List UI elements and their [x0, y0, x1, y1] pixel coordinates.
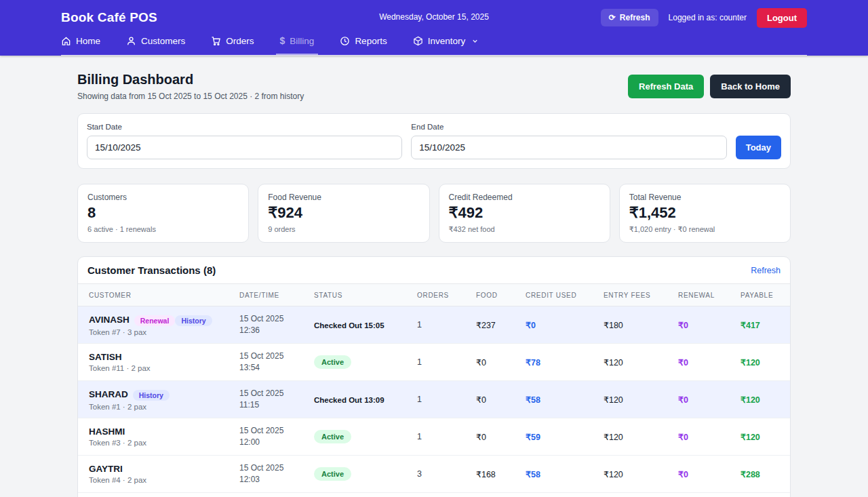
- nav-item-inventory[interactable]: Inventory: [413, 35, 479, 55]
- renewal-cell: ₹0: [678, 469, 741, 479]
- payable-cell: ₹120: [741, 395, 779, 405]
- end-date-input[interactable]: [411, 136, 726, 159]
- header-refresh-button[interactable]: ⟳ Refresh: [601, 9, 658, 26]
- customer-name: GAYTRI: [89, 464, 123, 474]
- chevron-down-icon: [471, 37, 479, 45]
- orders-cell: 1: [417, 320, 476, 330]
- refresh-icon: ⟳: [609, 13, 616, 22]
- table-refresh-link[interactable]: Refresh: [751, 266, 781, 275]
- customer-badges: History: [133, 389, 170, 401]
- payable-cell: ₹120: [741, 357, 779, 367]
- stat-label: Total Revenue: [629, 193, 781, 202]
- table-row[interactable]: SATISH Token #11 · 2 pax 15 Oct 2025 13:…: [78, 344, 790, 381]
- col-entry-fees: Entry Fees: [604, 292, 678, 299]
- renewal-cell: ₹0: [678, 320, 741, 330]
- renewal-cell: ₹0: [678, 395, 741, 405]
- nav-label: Billing: [290, 36, 314, 46]
- credit-used-cell: ₹58: [526, 469, 604, 479]
- table-row[interactable]: HASHMI Token #3 · 2 pax 15 Oct 2025 12:0…: [78, 418, 790, 456]
- payable-cell: ₹417: [741, 320, 779, 330]
- date-filter-card: Start Date End Date Today: [77, 113, 791, 169]
- refresh-data-button[interactable]: Refresh Data: [628, 75, 704, 98]
- renewal-badge: Renewal: [134, 315, 176, 326]
- table-header-row: Customer Date/Time Status Orders Food Cr…: [78, 283, 790, 306]
- customer-token: Token #4 · 2 pax: [89, 476, 239, 484]
- history-badge[interactable]: History: [133, 390, 170, 401]
- status-cell: Active: [314, 467, 417, 481]
- app-header: Book Café POS Wednesday, October 15, 202…: [0, 0, 868, 56]
- col-food: Food: [476, 292, 526, 299]
- stat-card-total-revenue: Total Revenue ₹1,452 ₹1,020 entry · ₹0 r…: [619, 184, 791, 243]
- entry-fees-cell: ₹120: [604, 469, 678, 479]
- table-body: AVINASH RenewalHistory Token #7 · 3 pax …: [78, 306, 790, 497]
- stat-label: Customers: [87, 193, 239, 202]
- customer-token: Token #11 · 2 pax: [89, 364, 239, 372]
- today-button[interactable]: Today: [736, 136, 781, 159]
- customer-cell: HASHMI Token #3 · 2 pax: [89, 426, 239, 447]
- nav-item-home[interactable]: Home: [61, 35, 100, 55]
- package-icon: [413, 36, 423, 46]
- table-row[interactable]: OMKAR KADAM 15 Oct 2025 Active 1 ₹27 ₹18…: [78, 493, 790, 497]
- food-cell: ₹168: [476, 469, 526, 479]
- row-time: 11:15: [239, 399, 314, 411]
- col-orders: Orders: [417, 292, 476, 299]
- stat-label: Food Revenue: [268, 193, 419, 202]
- nav-label: Reports: [355, 36, 387, 46]
- transactions-table-card: Customer Transactions (8) Refresh Custom…: [77, 256, 791, 497]
- credit-used-cell: ₹0: [526, 320, 604, 330]
- stat-sub: ₹432 net food: [449, 225, 600, 234]
- nav-item-customers[interactable]: Customers: [126, 35, 185, 55]
- credit-used-cell: ₹59: [526, 432, 604, 442]
- person-icon: [126, 36, 136, 46]
- customer-name: HASHMI: [89, 426, 125, 437]
- history-badge[interactable]: History: [175, 315, 212, 326]
- nav-item-billing[interactable]: $ Billing: [280, 35, 315, 55]
- customer-token: Token #3 · 2 pax: [89, 439, 239, 447]
- page-subtitle: Showing data from 15 Oct 2025 to 15 Oct …: [77, 92, 304, 101]
- renewal-cell: ₹0: [678, 432, 741, 442]
- status-cell: Active: [314, 430, 417, 443]
- nav-item-orders[interactable]: Orders: [211, 35, 254, 55]
- customer-token: Token #1 · 2 pax: [89, 403, 239, 411]
- entry-fees-cell: ₹120: [604, 432, 678, 442]
- table-title: Customer Transactions (8): [87, 264, 216, 276]
- table-row[interactable]: AVINASH RenewalHistory Token #7 · 3 pax …: [78, 306, 790, 344]
- table-row[interactable]: SHARAD History Token #1 · 2 pax 15 Oct 2…: [78, 381, 790, 418]
- start-date-input[interactable]: [87, 136, 402, 159]
- stat-sub: 6 active · 1 renewals: [87, 225, 239, 233]
- datetime-cell: 15 Oct 2025 12:00: [239, 425, 314, 449]
- logged-in-text: Logged in as: counter: [669, 13, 747, 22]
- customer-name: SATISH: [89, 352, 122, 362]
- status-badge: Checked Out 15:05: [314, 321, 384, 330]
- entry-fees-cell: ₹180: [604, 320, 678, 330]
- main-content: Billing Dashboard Showing data from 15 O…: [77, 56, 791, 497]
- nav-item-reports[interactable]: Reports: [340, 35, 387, 55]
- status-badge: Active: [314, 467, 351, 481]
- entry-fees-cell: ₹120: [604, 357, 678, 367]
- logout-button[interactable]: Logout: [757, 8, 807, 28]
- orders-cell: 1: [417, 357, 476, 367]
- table-row[interactable]: GAYTRI Token #4 · 2 pax 15 Oct 2025 12:0…: [78, 456, 790, 493]
- row-date: 15 Oct 2025: [239, 462, 314, 474]
- customer-name: AVINASH: [89, 315, 130, 325]
- stat-value: ₹1,452: [629, 204, 781, 222]
- stat-value: ₹924: [268, 204, 419, 222]
- orders-cell: 1: [417, 432, 476, 441]
- dollar-icon: $: [280, 35, 285, 46]
- nav-label: Customers: [141, 36, 185, 46]
- customer-cell: SATISH Token #11 · 2 pax: [89, 352, 239, 372]
- status-cell: Active: [314, 355, 417, 369]
- stat-sub: ₹1,020 entry · ₹0 renewal: [629, 225, 781, 234]
- col-renewal: Renewal: [678, 292, 741, 299]
- food-cell: ₹237: [476, 320, 526, 330]
- home-icon: [61, 36, 71, 46]
- header-date: Wednesday, October 15, 2025: [379, 12, 489, 22]
- cart-icon: [211, 36, 221, 46]
- col-customer: Customer: [89, 292, 239, 299]
- back-to-home-button[interactable]: Back to Home: [710, 75, 791, 98]
- clock-icon: [340, 36, 350, 46]
- row-time: 12:00: [239, 437, 314, 448]
- food-cell: ₹0: [476, 432, 526, 442]
- row-time: 13:54: [239, 362, 314, 374]
- customer-token: Token #7 · 3 pax: [89, 328, 239, 336]
